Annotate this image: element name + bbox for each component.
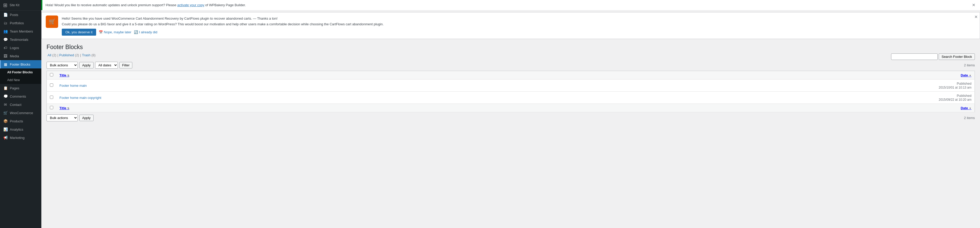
row-title-link[interactable]: Footer home main bbox=[59, 84, 87, 87]
sidebar-label-testimonials: Testimonials bbox=[10, 38, 29, 41]
bulk-actions-select[interactable]: Bulk actions Move to Trash bbox=[46, 62, 78, 69]
sidebar-label-woocommerce: WooCommerce bbox=[10, 111, 33, 115]
page-title: Footer Blocks bbox=[46, 44, 83, 51]
bottom-table-toolbar: Bulk actions Move to Trash Apply 2 items bbox=[46, 114, 975, 121]
woo-notice-text: Hello! Seems like you have used WooComme… bbox=[62, 16, 975, 36]
woo-body: Could you please do us a BIG favor and g… bbox=[62, 22, 975, 27]
green-notice-text: Hola! Would you like to receive automati… bbox=[46, 3, 246, 7]
bulk-actions-select-bottom[interactable]: Bulk actions Move to Trash bbox=[46, 114, 78, 121]
products-icon: 📦 bbox=[3, 119, 8, 123]
row-status: Published bbox=[957, 82, 972, 86]
table-row: Footer home main Published 2015/10/01 at… bbox=[47, 79, 975, 92]
all-footer-blocks-label: All Footer Blocks bbox=[7, 71, 33, 74]
row-status: Published bbox=[957, 94, 972, 98]
sidebar-label-analytics: Analytics bbox=[10, 128, 23, 131]
sidebar-item-all-footer-blocks[interactable]: All Footer Blocks bbox=[0, 68, 41, 76]
sidebar-label-logos: Logos bbox=[10, 46, 19, 50]
top-table-toolbar: Bulk actions Move to Trash Apply All dat… bbox=[46, 62, 975, 69]
marketing-icon: 📢 bbox=[3, 136, 8, 140]
sidebar-item-woocommerce[interactable]: 🛒 WooCommerce bbox=[0, 109, 41, 117]
sidebar-item-media[interactable]: 🖼 Media bbox=[0, 52, 41, 60]
title-sort-footer-link[interactable]: Title ⇅ bbox=[59, 106, 69, 110]
sidebar-item-products[interactable]: 📦 Products bbox=[0, 117, 41, 125]
header-date-col: Date ▼ bbox=[563, 71, 975, 79]
title-sort-link[interactable]: Title ⇅ bbox=[59, 73, 69, 77]
select-all-checkbox[interactable] bbox=[50, 73, 53, 76]
sidebar-item-posts[interactable]: 📄 Posts bbox=[0, 11, 41, 19]
filter-published-link[interactable]: Published (2) bbox=[58, 53, 80, 57]
comments-icon: 💭 bbox=[3, 94, 8, 98]
sidebar-item-marketing[interactable]: 📢 Marketing bbox=[0, 133, 41, 142]
filter-trash-link[interactable]: Trash (8) bbox=[81, 53, 96, 57]
row-checkbox-cell bbox=[47, 92, 57, 104]
sidebar-item-testimonials[interactable]: 💬 Testimonials bbox=[0, 35, 41, 44]
footer-blocks-table: Title ⇅ Date ▼ bbox=[46, 71, 975, 112]
table-row: Footer home main copyright Published 201… bbox=[47, 92, 975, 104]
portfolios-icon: 🗂 bbox=[3, 21, 8, 25]
title-sort-icon: ⇅ bbox=[67, 74, 69, 77]
header-title-col: Title ⇅ bbox=[56, 71, 563, 79]
woo-already-link[interactable]: 🔄 I already did bbox=[134, 30, 158, 34]
sidebar-logo[interactable]: ⊞ Site Kit bbox=[0, 0, 41, 11]
sidebar-label-marketing: Marketing bbox=[10, 136, 25, 140]
row-title-link[interactable]: Footer home main copyright bbox=[59, 96, 101, 100]
row-date-cell: Published 2015/10/01 at 10:13 am bbox=[563, 79, 975, 92]
row-checkbox-cell bbox=[47, 79, 57, 92]
sidebar-item-logos[interactable]: 🏷 Logos bbox=[0, 44, 41, 52]
row-title-cell: Footer home main copyright bbox=[56, 92, 563, 104]
activate-copy-link[interactable]: activate your copy bbox=[177, 3, 204, 7]
filter-links: All (2) | Published (2) | Trash (8) bbox=[46, 53, 97, 57]
search-box-row: All (2) | Published (2) | Trash (8) Sear… bbox=[46, 53, 975, 60]
apply-button-bottom[interactable]: Apply bbox=[80, 115, 94, 121]
woo-nope-link[interactable]: 📅 Nope, maybe later bbox=[99, 30, 131, 34]
sidebar-label-posts: Posts bbox=[10, 13, 18, 17]
woo-cart-icon: 🛒 bbox=[46, 16, 58, 28]
apply-button-top[interactable]: Apply bbox=[80, 62, 94, 68]
sidebar-item-portfolios[interactable]: 🗂 Portfolios bbox=[0, 19, 41, 27]
sidebar-item-team-members[interactable]: 👥 Team Members bbox=[0, 27, 41, 35]
site-name-label: Site Kit bbox=[10, 3, 19, 7]
woo-actions: Ok, you deserve it 📅 Nope, maybe later 🔄… bbox=[62, 28, 975, 36]
row-title-cell: Footer home main bbox=[56, 79, 563, 92]
woo-title: Hello! Seems like you have used WooComme… bbox=[62, 16, 975, 21]
row-checkbox[interactable] bbox=[50, 83, 53, 87]
sidebar-label-portfolios: Portfolios bbox=[10, 21, 24, 25]
sidebar-label-contact: Contact bbox=[10, 103, 21, 107]
page-area: Footer Blocks All (2) | Published (2) | … bbox=[41, 41, 980, 124]
media-icon: 🖼 bbox=[3, 54, 8, 58]
woo-notice-close-button[interactable]: ✕ bbox=[974, 14, 978, 19]
items-count-bottom: 2 items bbox=[964, 116, 975, 120]
filter-button[interactable]: Filter bbox=[119, 62, 132, 68]
filter-all-link[interactable]: All (2) bbox=[46, 53, 57, 57]
date-sort-link[interactable]: Date ▼ bbox=[961, 73, 972, 77]
wordpress-icon: ⊞ bbox=[3, 2, 8, 8]
logos-icon: 🏷 bbox=[3, 46, 8, 50]
testimonials-icon: 💬 bbox=[3, 38, 8, 41]
woo-ok-button[interactable]: Ok, you deserve it bbox=[62, 28, 96, 36]
search-footer-block-button[interactable]: Search Footer Block bbox=[939, 54, 975, 60]
dates-select[interactable]: All dates bbox=[95, 62, 118, 69]
footer-checkbox-col bbox=[47, 104, 57, 112]
sidebar-item-comments[interactable]: 💭 Comments bbox=[0, 92, 41, 100]
sidebar-item-footer-blocks[interactable]: ▦ Footer Blocks bbox=[0, 60, 41, 68]
table-header-row: Title ⇅ Date ▼ bbox=[47, 71, 975, 79]
woocommerce-icon: 🛒 bbox=[3, 111, 8, 115]
sidebar-label-media: Media bbox=[10, 54, 19, 58]
team-members-icon: 👥 bbox=[3, 29, 8, 33]
table-body: Footer home main Published 2015/10/01 at… bbox=[47, 79, 975, 104]
sidebar-label-comments: Comments bbox=[10, 95, 26, 98]
analytics-icon: 📊 bbox=[3, 127, 8, 131]
date-sort-footer-link[interactable]: Date ▼ bbox=[961, 106, 972, 110]
sidebar-item-pages[interactable]: 📋 Pages bbox=[0, 84, 41, 92]
sidebar-item-contact[interactable]: ✉ Contact bbox=[0, 100, 41, 109]
search-footer-block-input[interactable] bbox=[891, 54, 938, 60]
row-checkbox[interactable] bbox=[50, 95, 53, 99]
select-all-footer-checkbox[interactable] bbox=[50, 106, 53, 109]
table-footer-row: Title ⇅ Date ▼ bbox=[47, 104, 975, 112]
sidebar-item-add-new[interactable]: Add New bbox=[0, 76, 41, 84]
sidebar-item-analytics[interactable]: 📊 Analytics bbox=[0, 125, 41, 133]
green-notice: Hola! Would you like to receive automati… bbox=[41, 0, 980, 10]
pages-icon: 📋 bbox=[3, 86, 8, 90]
green-notice-close-button[interactable]: ✕ bbox=[970, 2, 977, 8]
row-date: 2015/09/22 at 10:20 am bbox=[939, 98, 972, 101]
